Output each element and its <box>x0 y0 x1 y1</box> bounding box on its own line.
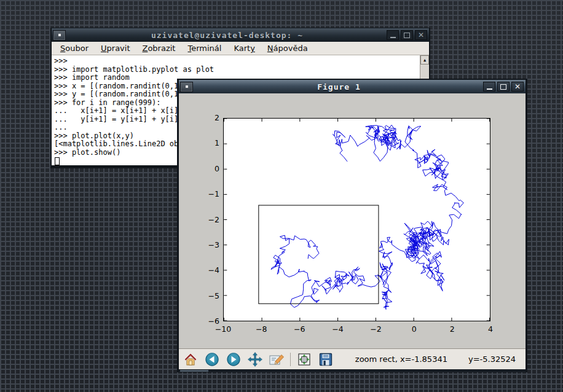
maximize-button[interactable] <box>401 30 413 40</box>
home-icon <box>183 352 198 367</box>
configure-subplots-button[interactable] <box>296 351 312 367</box>
plot-canvas[interactable]: −10−8−6−4−2024210−1−2−3−4−5−6 <box>179 93 526 348</box>
status-y-text: y=-5.32524 <box>468 355 516 364</box>
y-tick-label: 2 <box>199 113 219 122</box>
figure-bottom-border <box>179 369 526 372</box>
x-tick-label: −2 <box>363 324 390 334</box>
close-icon: ✕ <box>418 31 424 39</box>
minimize-icon <box>487 88 492 90</box>
pan-button[interactable] <box>247 351 263 367</box>
menu-napoveda[interactable]: Nápověda <box>261 44 314 53</box>
scroll-up-button[interactable]: ▲ <box>420 55 429 65</box>
terminal-titlebar[interactable]: uzivatel@uzivatel-desktop: ~ ✕ <box>52 28 429 42</box>
pan-icon <box>248 352 262 367</box>
terminal-line: >>> import matplotlib.pyplot as plot <box>54 66 214 74</box>
minimize-button[interactable] <box>387 30 399 40</box>
window-menu-icon <box>58 34 61 36</box>
terminal-menubar: Soubor Upravit Zobrazit Terminál Karty N… <box>52 42 429 55</box>
y-tick-label: −2 <box>199 215 219 224</box>
scroll-up-icon: ▲ <box>423 58 426 63</box>
window-menu-button[interactable] <box>180 82 193 92</box>
x-tick-label: 0 <box>401 324 428 334</box>
y-tick-label: 0 <box>199 164 219 173</box>
minimize-button[interactable] <box>483 82 495 92</box>
y-tick-label: 1 <box>199 138 219 147</box>
home-button[interactable] <box>183 351 199 367</box>
plot-svg <box>224 119 490 321</box>
y-tick-label: −5 <box>199 291 219 300</box>
back-icon <box>205 352 219 367</box>
forward-button[interactable] <box>226 351 242 367</box>
menu-soubor[interactable]: Soubor <box>54 44 95 53</box>
zoom-to-rect-button[interactable] <box>269 351 285 367</box>
toolbar-separator <box>290 353 291 366</box>
menu-terminal[interactable]: Terminál <box>181 44 227 53</box>
y-tick-label: −3 <box>199 240 219 249</box>
close-button[interactable]: ✕ <box>415 30 427 40</box>
close-icon: ✕ <box>514 83 521 90</box>
toolbar-status: zoom rect, x=-1.85341 y=-5.32524 <box>355 355 522 364</box>
close-button[interactable]: ✕ <box>511 82 524 92</box>
figure-toolbar: zoom rect, x=-1.85341 y=-5.32524 <box>179 348 526 369</box>
x-tick-label: −10 <box>210 324 237 334</box>
menu-upravit[interactable]: Upravit <box>95 44 136 53</box>
menu-karty[interactable]: Karty <box>227 44 261 53</box>
x-tick-label: −8 <box>248 324 275 334</box>
back-button[interactable] <box>204 351 220 367</box>
figure-window: Figure 1 ✕ −10−8−6−4−2024210−1−2−3−4−5−6 <box>177 79 527 372</box>
terminal-line: >>> <box>54 57 214 66</box>
zoom-to-rect-icon <box>269 352 285 367</box>
y-tick-label: −4 <box>199 265 219 275</box>
random-walk-line <box>271 125 463 310</box>
y-tick-label: −6 <box>199 316 219 326</box>
figure-title: Figure 1 <box>195 82 483 92</box>
maximize-icon <box>500 84 506 90</box>
minimize-icon <box>390 37 396 38</box>
resize-grip[interactable] <box>180 370 208 372</box>
maximize-button[interactable] <box>497 82 510 92</box>
window-menu-icon <box>186 85 188 88</box>
terminal-title: uzivatel@uzivatel-desktop: ~ <box>68 31 387 40</box>
figure-titlebar[interactable]: Figure 1 ✕ <box>179 80 526 93</box>
plot-axes[interactable] <box>223 118 490 321</box>
status-mode-text: zoom rect, x=-1.85341 <box>355 355 447 364</box>
x-tick-label: −6 <box>286 324 313 334</box>
save-button[interactable] <box>318 351 334 367</box>
zoom-selection-rect[interactable] <box>259 205 379 304</box>
x-tick-label: −4 <box>324 324 351 334</box>
forward-icon <box>226 352 241 367</box>
terminal-cursor <box>55 157 60 165</box>
menu-zobrazit[interactable]: Zobrazit <box>136 44 182 53</box>
window-menu-button[interactable] <box>53 30 66 41</box>
y-tick-label: −1 <box>199 189 219 198</box>
save-icon <box>318 352 333 367</box>
configure-subplots-icon <box>297 352 312 367</box>
x-tick-label: 2 <box>439 324 466 334</box>
maximize-icon <box>404 33 410 38</box>
x-tick-label: 4 <box>477 324 504 334</box>
